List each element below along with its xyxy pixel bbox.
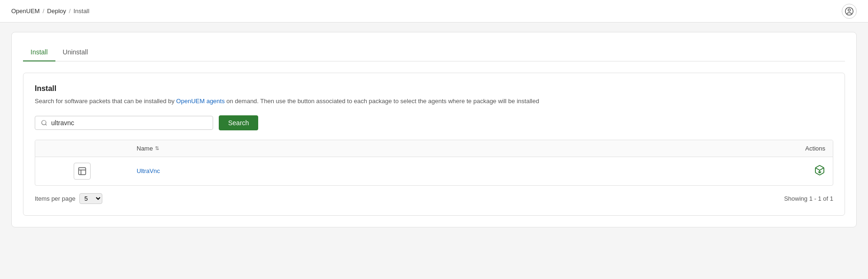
search-input-wrapper[interactable] bbox=[35, 116, 213, 130]
col-header-icon bbox=[35, 140, 129, 157]
items-per-page: Items per page 5 10 20 50 bbox=[35, 193, 102, 204]
app-window-icon bbox=[77, 166, 87, 176]
package-name-link[interactable]: UltraVnc bbox=[137, 167, 160, 174]
table-body: UltraVnc bbox=[35, 157, 833, 185]
install-package-button[interactable] bbox=[814, 165, 825, 176]
row-actions-cell bbox=[739, 157, 833, 185]
breadcrumb-sep-1: / bbox=[43, 8, 45, 15]
user-circle-icon bbox=[845, 7, 854, 16]
row-icon-cell bbox=[35, 157, 129, 185]
breadcrumb-sep-2: / bbox=[69, 8, 71, 15]
main-card: Install Uninstall Install Search for sof… bbox=[11, 32, 857, 227]
sort-icon: ⇅ bbox=[155, 145, 159, 151]
svg-rect-4 bbox=[79, 167, 86, 174]
table-row: UltraVnc bbox=[35, 157, 833, 185]
row-name-cell: UltraVnc bbox=[129, 157, 739, 185]
tab-uninstall[interactable]: Uninstall bbox=[55, 44, 96, 61]
col-header-name[interactable]: Name ⇅ bbox=[129, 140, 739, 157]
svg-line-3 bbox=[46, 124, 47, 125]
col-header-actions: Actions bbox=[739, 140, 833, 157]
tabs-bar: Install Uninstall bbox=[23, 44, 845, 61]
search-icon bbox=[41, 120, 47, 126]
top-nav: OpenUEM / Deploy / Install bbox=[0, 0, 868, 23]
user-menu-button[interactable] bbox=[842, 4, 857, 19]
items-per-page-select[interactable]: 5 10 20 50 bbox=[79, 193, 102, 204]
packages-table: Name ⇅ Actions bbox=[35, 140, 833, 185]
search-input[interactable] bbox=[51, 119, 207, 127]
table-header: Name ⇅ Actions bbox=[35, 140, 833, 157]
packages-table-wrapper: Name ⇅ Actions bbox=[35, 140, 833, 186]
breadcrumb-openuem[interactable]: OpenUEM bbox=[11, 8, 40, 15]
install-panel: Install Search for software packets that… bbox=[23, 73, 845, 216]
search-button[interactable]: Search bbox=[219, 115, 258, 130]
svg-line-11 bbox=[820, 168, 824, 170]
panel-description: Search for software packets that can be … bbox=[35, 97, 833, 106]
pagination-area: Items per page 5 10 20 50 Showing 1 - 1 … bbox=[35, 193, 833, 204]
showing-label: Showing 1 - 1 of 1 bbox=[784, 195, 833, 202]
svg-point-2 bbox=[42, 120, 46, 124]
svg-point-1 bbox=[848, 9, 851, 11]
panel-title: Install bbox=[35, 84, 833, 93]
install-package-icon bbox=[814, 165, 825, 176]
search-area: Search bbox=[35, 115, 833, 130]
breadcrumb-install: Install bbox=[73, 8, 89, 15]
app-icon-box bbox=[74, 163, 91, 180]
svg-line-10 bbox=[815, 168, 820, 170]
main-content: Install Uninstall Install Search for sof… bbox=[0, 23, 868, 237]
items-per-page-label: Items per page bbox=[35, 195, 76, 202]
breadcrumb: OpenUEM / Deploy / Install bbox=[11, 8, 89, 15]
tab-install[interactable]: Install bbox=[23, 44, 55, 61]
breadcrumb-deploy[interactable]: Deploy bbox=[47, 8, 66, 15]
